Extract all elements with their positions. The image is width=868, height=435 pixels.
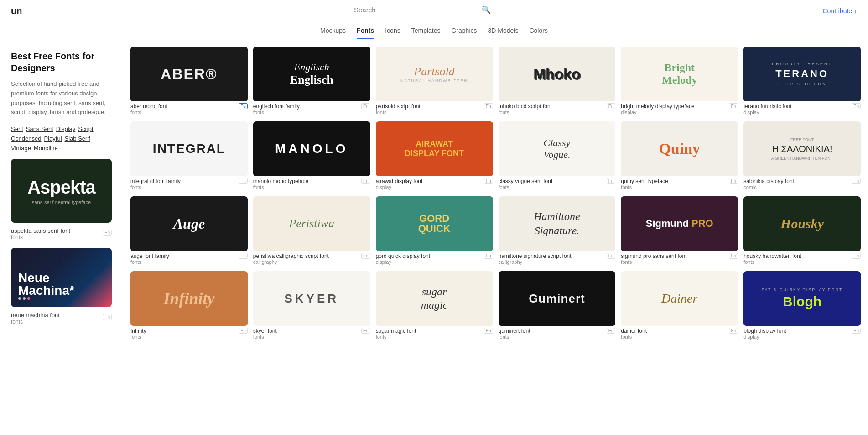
infinity-badge: Fn xyxy=(239,328,248,334)
tag-display[interactable]: Display xyxy=(56,126,76,132)
nav-mockups[interactable]: Mockups xyxy=(320,27,346,39)
tag-playful[interactable]: Playful xyxy=(44,135,62,142)
search-input[interactable] xyxy=(354,6,478,14)
font-card-hamiltone[interactable]: HamiltoneSignature. hamiltone signature … xyxy=(499,196,616,266)
skyer-preview: SKYER xyxy=(284,292,339,306)
terano-badge: Fn xyxy=(852,103,861,109)
infinity-name: Infinity xyxy=(130,328,146,334)
guminert-badge: Fn xyxy=(607,328,616,334)
gord-badge: Fn xyxy=(484,253,493,259)
font-card-guminert[interactable]: Guminert guminert font fonts Fn xyxy=(499,271,616,341)
salonikia-cat: comic xyxy=(743,184,794,190)
aspekta-title: Aspekta xyxy=(27,177,95,198)
contribute-button[interactable]: Contribute ↑ xyxy=(823,7,857,15)
neue-machina-dots xyxy=(18,297,30,300)
font-card-sigmund[interactable]: Sigmund PRO sigmund pro sans serif font … xyxy=(621,196,738,266)
classy-preview: ClassyVogue. xyxy=(543,137,570,161)
nav-graphics[interactable]: Graphics xyxy=(452,27,477,39)
integral-preview: INTEGRAL xyxy=(153,142,225,156)
airawat-badge: Fn xyxy=(484,178,493,184)
nav-fonts[interactable]: Fonts xyxy=(357,27,374,39)
font-card-classy[interactable]: ClassyVogue. classy vogue serif font fon… xyxy=(499,121,616,191)
font-card-peristiwa[interactable]: Peristiwa peristiwa calligraphic script … xyxy=(253,196,370,266)
classy-name: classy vogue serif font xyxy=(499,178,553,184)
integral-name: integral cf font family xyxy=(130,178,181,184)
sidebar: Best Free Fonts for Designers Selection … xyxy=(0,39,123,348)
tag-condensed[interactable]: Condensed xyxy=(11,135,42,142)
tag-serif[interactable]: Serif xyxy=(11,126,23,132)
font-card-bright[interactable]: BrightMelody bright melody display typef… xyxy=(621,47,738,116)
font-card-aber[interactable]: ABER® aber mono font fonts Ps xyxy=(130,47,248,116)
font-card-gord[interactable]: GORDQUICK gord quick display font displa… xyxy=(376,196,493,266)
tag-monoline[interactable]: Monoline xyxy=(34,145,58,152)
tag-slab-serif[interactable]: Slab Serif xyxy=(65,135,90,142)
infinity-preview: Infinity xyxy=(163,289,214,308)
terano-sub: PROUDLY PRESENT xyxy=(772,62,832,66)
bright-badge: Fn xyxy=(729,103,738,109)
font-card-mhoko[interactable]: Mhoko mhoko bold script font fonts Fn xyxy=(499,47,616,116)
font-card-auge[interactable]: Auge auge font family fonts Fn xyxy=(130,196,248,266)
quiny-cat: fonts xyxy=(621,184,668,190)
logo[interactable]: un xyxy=(11,6,22,16)
font-card-housky[interactable]: Housky housky handwritten font fonts Fn xyxy=(743,196,861,266)
partsold-sub: NATURAL HANDWRITTEN xyxy=(400,79,468,83)
font-card-integral[interactable]: INTEGRAL integral cf font family fonts F… xyxy=(130,121,248,191)
airawat-name: airawat display font xyxy=(376,178,423,184)
font-card-englisch[interactable]: Englisch Englisch englisch font family f… xyxy=(253,47,370,116)
font-card-partsold[interactable]: Partsold NATURAL HANDWRITTEN partsold sc… xyxy=(376,47,493,116)
nav-templates[interactable]: Templates xyxy=(411,27,441,39)
aspekta-badge: Fn xyxy=(103,230,112,236)
sigmund-badge: Fn xyxy=(729,253,738,259)
font-grid: ABER® aber mono font fonts Ps Englisch E… xyxy=(123,39,868,348)
hamiltone-cat: calligraphy xyxy=(499,259,572,265)
nav-3d-models[interactable]: 3D Models xyxy=(488,27,519,39)
search-bar[interactable]: 🔍 xyxy=(354,5,491,16)
aspekta-font-name: aspekta sans serif font xyxy=(11,227,70,234)
auge-badge: Fn xyxy=(239,253,248,259)
sidebar-aspekta-card[interactable]: Aspekta sans-serif neutral typeface xyxy=(11,159,112,223)
mhoko-name: mhoko bold script font xyxy=(499,103,552,110)
blogh-name: blogh display font xyxy=(743,328,786,334)
gord-name: gord quick display font xyxy=(376,253,430,259)
mhoko-preview: Mhoko xyxy=(533,66,580,83)
blogh-cat: display xyxy=(743,334,786,340)
font-card-airawat[interactable]: AIRAWATDISPLAY FONT airawat display font… xyxy=(376,121,493,191)
font-card-dainer[interactable]: Dainer dainer font fonts Fn xyxy=(621,271,738,341)
font-card-salonikia[interactable]: FREE FONT Η ΣΑΛΟΝΙΚΙΑ! A GREEK HANDWRITT… xyxy=(743,121,861,191)
search-icon[interactable]: 🔍 xyxy=(482,5,491,14)
font-card-skyer[interactable]: SKYER skyer font fonts Fn xyxy=(253,271,370,341)
sidebar-neue-machina-card[interactable]: NeueMachina* xyxy=(11,248,112,307)
partsold-badge: Fn xyxy=(484,103,493,109)
integral-cat: fonts xyxy=(130,184,181,190)
font-card-infinity[interactable]: Infinity Infinity fonts Fn xyxy=(130,271,248,341)
sugar-preview: sugarmagic xyxy=(421,285,448,312)
tag-sans-serif[interactable]: Sans Serif xyxy=(26,126,53,132)
font-card-sugar[interactable]: sugarmagic sugar magic font fonts Fn xyxy=(376,271,493,341)
aspekta-subtitle: sans-serif neutral typeface xyxy=(32,199,91,205)
englisch-name: englisch font family xyxy=(253,103,300,110)
terano-sub2: FUTURISTIC FONT xyxy=(774,82,831,86)
auge-preview: Auge xyxy=(173,215,205,232)
peristiwa-name: peristiwa calligraphic script font xyxy=(253,253,329,259)
sugar-name: sugar magic font xyxy=(376,328,416,334)
bright-preview: BrightMelody xyxy=(662,62,697,86)
font-card-blogh[interactable]: FAT & QUIRKY DISPLAY FONT Blogh blogh di… xyxy=(743,271,861,341)
airawat-preview: AIRAWATDISPLAY FONT xyxy=(405,139,464,158)
header: un 🔍 Contribute ↑ xyxy=(0,0,868,22)
font-card-quiny[interactable]: Quiny quiny serif typeface fonts Fn xyxy=(621,121,738,191)
font-card-manolo[interactable]: MANOLO manolo mono typeface fonts Fn xyxy=(253,121,370,191)
salonikia-sub: FREE FONT xyxy=(790,137,814,142)
nav-icons[interactable]: Icons xyxy=(385,27,400,39)
terano-preview: TERANO xyxy=(775,68,829,80)
englisch-cat: fonts xyxy=(253,110,300,115)
sidebar-title: Best Free Fonts for Designers xyxy=(11,50,112,74)
salonikia-preview: Η ΣΑΛΟΝΙΚΙΑ! xyxy=(772,144,832,154)
font-card-terano[interactable]: PROUDLY PRESENT TERANO FUTURISTIC FONT t… xyxy=(743,47,861,116)
nav-colors[interactable]: Colors xyxy=(529,27,547,39)
englisch-badge: Fn xyxy=(361,103,370,109)
mhoko-cat: fonts xyxy=(499,110,552,115)
tag-script[interactable]: Script xyxy=(78,126,93,132)
aber-cat: fonts xyxy=(130,110,167,115)
tag-vintage[interactable]: Vintage xyxy=(11,145,31,152)
salonikia-badge: Fn xyxy=(852,178,861,184)
